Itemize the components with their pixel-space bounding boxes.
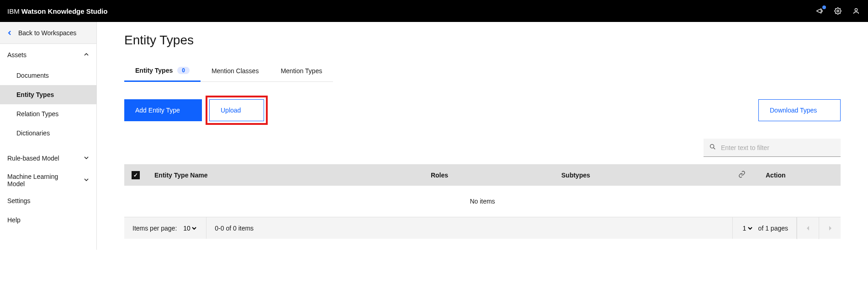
top-header: IBM Watson Knowledge Studio bbox=[0, 0, 868, 22]
nav-label: Machine Learning Model bbox=[7, 173, 67, 188]
next-page-button[interactable] bbox=[819, 217, 841, 239]
range-text: 0-0 of 0 items bbox=[215, 225, 254, 232]
col-entity-type-name: Entity Type Name bbox=[147, 164, 423, 186]
download-types-button[interactable]: Download Types bbox=[758, 99, 841, 121]
tab-count-badge: 0 bbox=[177, 67, 190, 74]
tabs: Entity Types 0 Mention Classes Mention T… bbox=[124, 60, 841, 82]
chevron-down-icon bbox=[84, 177, 89, 184]
col-link bbox=[731, 164, 758, 186]
svg-point-1 bbox=[855, 9, 857, 11]
items-per-page-label: Items per page: bbox=[132, 225, 177, 232]
page-select-seg: 1 of 1 pages bbox=[733, 217, 797, 239]
notification-dot bbox=[822, 5, 826, 9]
search-input[interactable] bbox=[721, 144, 835, 151]
page-title: Entity Types bbox=[124, 33, 841, 48]
col-action: Action bbox=[758, 164, 841, 186]
search-wrap bbox=[704, 139, 841, 157]
sidebar-item-label: Relation Types bbox=[16, 110, 58, 118]
page-arrows bbox=[797, 217, 841, 239]
main-content: Entity Types Entity Types 0 Mention Clas… bbox=[97, 22, 868, 250]
select-all-checkbox[interactable]: ✓ bbox=[132, 171, 140, 179]
nav-label: Assets bbox=[7, 51, 26, 59]
tab-label: Entity Types bbox=[135, 67, 173, 74]
user-icon[interactable] bbox=[852, 6, 861, 16]
table-header-row: ✓ Entity Type Name Roles Subtypes Action bbox=[124, 164, 841, 186]
items-per-page: Items per page: 10 bbox=[124, 217, 206, 239]
svg-point-0 bbox=[837, 10, 839, 12]
sidebar-item-entity-types[interactable]: Entity Types bbox=[0, 85, 96, 104]
highlight-annotation: Upload bbox=[206, 96, 268, 125]
sidebar-item-label: Settings bbox=[7, 197, 31, 204]
items-per-page-select[interactable]: 10 bbox=[181, 224, 198, 232]
nav-section-assets: Assets Documents Entity Types Relation T… bbox=[0, 44, 96, 143]
col-subtypes: Subtypes bbox=[554, 164, 731, 186]
nav-header-assets[interactable]: Assets bbox=[0, 44, 96, 66]
brand-name: Watson Knowledge Studio bbox=[21, 7, 108, 15]
no-items-message: No items bbox=[124, 186, 841, 217]
assets-sub-items: Documents Entity Types Relation Types Di… bbox=[0, 66, 96, 143]
sidebar-item-help[interactable]: Help bbox=[0, 210, 96, 230]
brand-prefix: IBM bbox=[7, 7, 20, 15]
nav-label: Rule-based Model bbox=[7, 155, 59, 162]
chevron-up-icon bbox=[84, 51, 89, 59]
back-to-workspaces[interactable]: Back to Workspaces bbox=[0, 22, 96, 44]
chevron-down-icon bbox=[84, 155, 89, 162]
link-icon bbox=[738, 172, 746, 179]
sidebar-item-dictionaries[interactable]: Dictionaries bbox=[0, 123, 96, 143]
search-icon bbox=[709, 143, 716, 152]
tab-mention-classes[interactable]: Mention Classes bbox=[201, 60, 270, 82]
tab-mention-types[interactable]: Mention Types bbox=[270, 60, 333, 82]
add-entity-type-button[interactable]: Add Entity Type bbox=[124, 99, 202, 121]
tab-entity-types[interactable]: Entity Types 0 bbox=[124, 60, 201, 82]
sidebar-item-settings[interactable]: Settings bbox=[0, 191, 96, 210]
entity-types-table: ✓ Entity Type Name Roles Subtypes Action… bbox=[124, 164, 841, 217]
brand: IBM Watson Knowledge Studio bbox=[7, 7, 107, 15]
prev-page-button[interactable] bbox=[797, 217, 819, 239]
sidebar-item-label: Dictionaries bbox=[16, 129, 50, 137]
chevron-left-icon bbox=[7, 29, 12, 37]
tab-label: Mention Types bbox=[281, 67, 322, 75]
upload-button[interactable]: Upload bbox=[209, 99, 264, 121]
nav-header-ml-model[interactable]: Machine Learning Model bbox=[0, 169, 96, 191]
announcement-icon[interactable] bbox=[815, 6, 824, 16]
svg-point-2 bbox=[710, 145, 714, 148]
actions-row: Add Entity Type Upload Download Types bbox=[124, 96, 841, 125]
nav-header-rule-model[interactable]: Rule-based Model bbox=[0, 147, 96, 169]
back-label: Back to Workspaces bbox=[18, 29, 76, 37]
pages-text: of 1 pages bbox=[758, 225, 788, 232]
sidebar-item-label: Help bbox=[7, 216, 21, 224]
search-row bbox=[124, 139, 841, 164]
sidebar: Back to Workspaces Assets Documents Enti… bbox=[0, 22, 97, 250]
range-info: 0-0 of 0 items bbox=[206, 217, 732, 239]
sidebar-item-label: Documents bbox=[16, 72, 49, 79]
gear-icon[interactable] bbox=[833, 6, 842, 16]
select-all-header: ✓ bbox=[124, 164, 147, 186]
header-icons bbox=[815, 6, 861, 16]
sidebar-item-documents[interactable]: Documents bbox=[0, 66, 96, 85]
col-roles: Roles bbox=[423, 164, 554, 186]
pagination: Items per page: 10 0-0 of 0 items 1 of 1… bbox=[124, 217, 841, 239]
tab-label: Mention Classes bbox=[212, 67, 259, 75]
sidebar-item-relation-types[interactable]: Relation Types bbox=[0, 104, 96, 123]
page-select[interactable]: 1 bbox=[741, 224, 754, 232]
sidebar-item-label: Entity Types bbox=[16, 91, 54, 98]
